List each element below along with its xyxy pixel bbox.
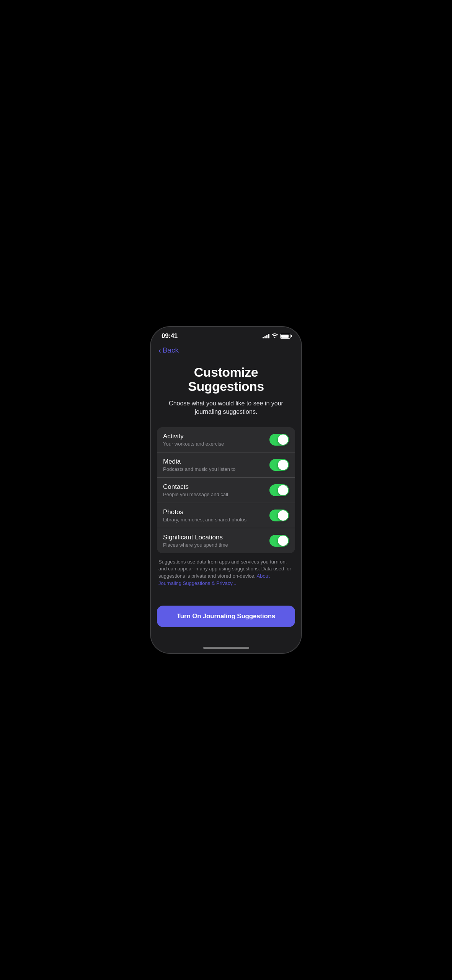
status-time: 09:41: [162, 332, 178, 340]
title-section: Customize Suggestions Choose what you wo…: [151, 359, 301, 427]
turn-on-button[interactable]: Turn On Journaling Suggestions: [157, 606, 295, 627]
home-indicator: [151, 642, 301, 653]
setting-subtitle-media: Podcasts and music you listen to: [163, 466, 269, 472]
page-subtitle: Choose what you would like to see in you…: [166, 399, 286, 416]
status-icons: [263, 333, 290, 339]
wifi-icon: [272, 333, 278, 339]
toggle-activity[interactable]: [269, 434, 289, 446]
battery-icon: [280, 334, 290, 339]
main-content: ‹ Back Customize Suggestions Choose what…: [151, 343, 301, 642]
setting-row-contacts: Contacts People you message and call: [157, 478, 295, 503]
setting-subtitle-contacts: People you message and call: [163, 492, 269, 497]
home-bar: [203, 647, 249, 649]
footer-note-text: Suggestions use data from apps and servi…: [158, 559, 291, 579]
toggle-contacts[interactable]: [269, 484, 289, 496]
toggle-photos[interactable]: [269, 510, 289, 521]
setting-row-locations: Significant Locations Places where you s…: [157, 528, 295, 553]
settings-card: Activity Your workouts and exercise Medi…: [157, 427, 295, 553]
setting-row-media: Media Podcasts and music you listen to: [157, 452, 295, 478]
bottom-button-area: Turn On Journaling Suggestions: [151, 606, 301, 635]
setting-subtitle-locations: Places where you spend time: [163, 542, 269, 548]
setting-title-photos: Photos: [163, 508, 269, 516]
setting-row-photos: Photos Library, memories, and shared pho…: [157, 503, 295, 528]
setting-subtitle-activity: Your workouts and exercise: [163, 441, 269, 447]
back-chevron-icon: ‹: [158, 346, 161, 354]
signal-icon: [263, 334, 269, 338]
setting-title-media: Media: [163, 458, 269, 466]
toggle-locations[interactable]: [269, 535, 289, 547]
setting-row-activity: Activity Your workouts and exercise: [157, 427, 295, 452]
toggle-media[interactable]: [269, 459, 289, 471]
back-label: Back: [163, 346, 179, 354]
setting-title-activity: Activity: [163, 433, 269, 440]
footer-note: Suggestions use data from apps and servi…: [158, 559, 294, 587]
back-button[interactable]: ‹ Back: [151, 343, 186, 359]
spacer: [151, 596, 301, 606]
page-title: Customize Suggestions: [166, 365, 286, 394]
phone-frame: 09:41 ‹ Back Custom: [151, 327, 301, 653]
status-bar: 09:41: [151, 327, 301, 343]
setting-subtitle-photos: Library, memories, and shared photos: [163, 517, 269, 523]
setting-title-locations: Significant Locations: [163, 534, 269, 541]
setting-title-contacts: Contacts: [163, 483, 269, 491]
